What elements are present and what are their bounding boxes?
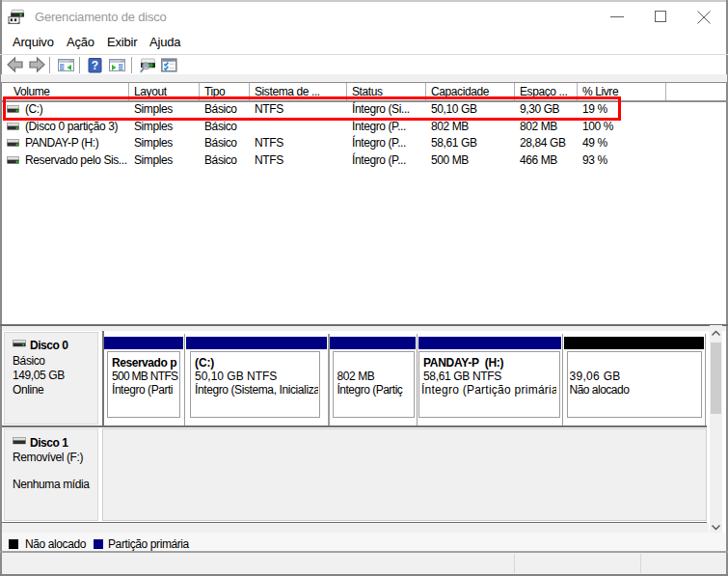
svg-text:?: ? (92, 59, 98, 72)
